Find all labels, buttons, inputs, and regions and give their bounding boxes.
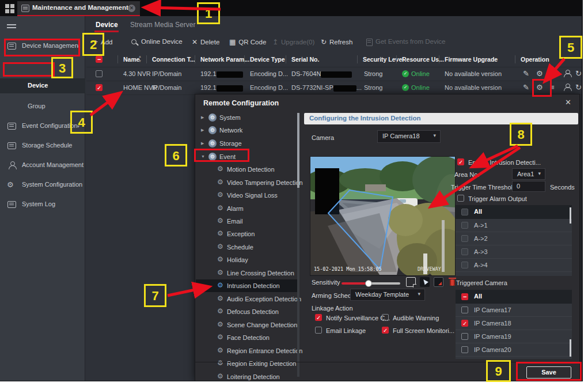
- trigger-alarm-output-checkbox[interactable]: [457, 195, 464, 202]
- upgrade-button[interactable]: ↥Upgrade(0): [272, 38, 314, 48]
- qr-code-button[interactable]: ▦QR Code: [229, 38, 266, 48]
- tree-item-storage[interactable]: ▶⚙Storage: [196, 137, 298, 150]
- camera-all-checkbox[interactable]: [461, 293, 468, 300]
- enable-intrusion-checkbox[interactable]: [457, 158, 464, 165]
- select-cursor-icon[interactable]: [420, 277, 430, 287]
- sensitivity-slider-filled[interactable]: [342, 282, 368, 285]
- col-serial[interactable]: Serial No.: [286, 55, 319, 63]
- apps-grid-icon[interactable]: [5, 4, 9, 8]
- alarm-output-row[interactable]: A->4: [456, 259, 572, 272]
- tree-item-system[interactable]: ▶⚙System: [196, 111, 298, 124]
- gear-icon: ⚙: [7, 180, 14, 189]
- scrollbar-thumb[interactable]: [570, 339, 571, 357]
- tree-item-face-detection[interactable]: ⚙Face Detection: [196, 331, 298, 344]
- col-operation[interactable]: Operation: [515, 55, 549, 63]
- online-device-button[interactable]: Online Device: [131, 38, 183, 48]
- tree-item-network[interactable]: ▶⚙Network: [196, 124, 298, 137]
- camera-row-ip17[interactable]: IP Camera17: [456, 304, 572, 317]
- select-all-checkbox[interactable]: [96, 56, 103, 63]
- col-network[interactable]: Network Param...: [195, 55, 249, 63]
- sensitivity-slider-thumb[interactable]: [365, 280, 372, 287]
- arming-schedule-select[interactable]: Weekday Template: [350, 289, 425, 301]
- person-icon[interactable]: [563, 70, 571, 77]
- alarm-output-all-row[interactable]: All: [456, 205, 572, 219]
- row1-checkbox[interactable]: [96, 70, 103, 77]
- tree-item-defocus[interactable]: ⚙Defocus Detection: [196, 305, 298, 318]
- close-icon[interactable]: ✕: [565, 98, 571, 107]
- collapse-menu-icon[interactable]: [7, 24, 16, 30]
- tree-item-scene-change[interactable]: ⚙Scene Change Detection: [196, 319, 298, 331]
- sort-asc-icon[interactable]: ▲: [138, 55, 142, 59]
- video-preview[interactable]: 15-02-2021 Mon 15:58:05 DRIVEWAY: [310, 156, 456, 276]
- area-select[interactable]: Area1: [512, 168, 545, 180]
- camera-all-row[interactable]: All: [456, 290, 572, 304]
- sort-desc-icon[interactable]: ▼: [138, 59, 142, 63]
- tree-item-line-crossing[interactable]: ⚙Line Crossing Detection: [196, 267, 298, 279]
- sidebar-item-account-management[interactable]: Account Management: [0, 158, 85, 173]
- tab-close-icon[interactable]: ✕: [128, 5, 135, 12]
- edit-icon[interactable]: ✎: [523, 83, 529, 92]
- system-log-icon: [7, 201, 16, 208]
- tree-item-loitering[interactable]: ⚙Loitering Detection: [196, 370, 298, 381]
- refresh-icon: ↻: [321, 38, 327, 46]
- person-icon[interactable]: [563, 84, 571, 91]
- tree-item-schedule[interactable]: ⚙Schedule: [196, 241, 298, 253]
- active-tab-underline: [94, 31, 119, 32]
- col-connection[interactable]: Connection T...: [146, 55, 195, 63]
- stack-icon[interactable]: ≡: [550, 69, 555, 78]
- tree-item-alarm[interactable]: ⚙Alarm: [196, 202, 298, 215]
- alarm-output-row[interactable]: A->2: [456, 232, 572, 245]
- tree-item-region-entrance[interactable]: ⚙Region Entrance Detection: [196, 345, 298, 357]
- camera-row-ip20[interactable]: IP Camera20: [456, 343, 572, 357]
- tab-maintenance-and-management[interactable]: Maintenance and Management ✕: [17, 1, 140, 16]
- threshold-label: Trigger Time Threshold: [451, 184, 516, 191]
- col-device-type[interactable]: Device Type: [244, 55, 285, 63]
- sidebar-item-system-configuration[interactable]: ⚙ System Configuration: [0, 177, 85, 192]
- delete-button[interactable]: ✕Delete: [192, 38, 219, 48]
- audible-warning-checkbox[interactable]: [382, 314, 389, 321]
- sensitivity-slider-rest[interactable]: [368, 282, 400, 285]
- refresh-button[interactable]: ↻Refresh: [321, 38, 352, 48]
- clear-region-icon[interactable]: [434, 277, 443, 287]
- tree-item-intrusion-detection[interactable]: ⚙Intrusion Detection: [196, 279, 298, 292]
- edit-icon[interactable]: ✎: [523, 69, 529, 78]
- camera-select[interactable]: IP Camera18: [377, 130, 441, 143]
- sidebar-item-storage-schedule[interactable]: Storage Schedule: [0, 138, 85, 153]
- remote-config-gear-icon[interactable]: ⚙: [536, 69, 543, 78]
- annotation-number-4: 4: [70, 111, 93, 134]
- sidebar-item-system-log[interactable]: System Log: [0, 197, 85, 212]
- camera-row-ip18[interactable]: IP Camera18: [456, 317, 572, 330]
- tree-item-email[interactable]: ⚙Email: [196, 215, 298, 228]
- tree-item-audio-exception[interactable]: ⚙Audio Exception Detection: [196, 293, 298, 305]
- sidebar-item-device[interactable]: Device: [0, 78, 85, 93]
- annotation-number-3: 3: [51, 57, 73, 78]
- draw-region-icon[interactable]: [406, 277, 416, 287]
- tree-item-video-signal-loss[interactable]: ⚙Video Signal Loss: [196, 189, 298, 202]
- tree-scrollbar[interactable]: [297, 113, 299, 377]
- row2-checkbox[interactable]: [96, 84, 103, 91]
- annotation-box-device-management: [4, 39, 80, 56]
- audible-warning-label: Audible Warning: [393, 315, 439, 321]
- sync-icon[interactable]: ↻: [575, 83, 582, 92]
- col-resource[interactable]: Resource Us...: [396, 55, 444, 63]
- alarm-output-row[interactable]: A->3: [456, 245, 572, 259]
- tree-item-video-tampering[interactable]: ⚙Video Tampering Detection: [196, 176, 298, 189]
- tree-item-region-exiting[interactable]: ⚙Region Exiting Detection: [196, 357, 298, 370]
- full-screen-monitoring-checkbox[interactable]: [382, 327, 389, 334]
- scrollbar-thumb[interactable]: [570, 207, 571, 224]
- tab-stream-media-server[interactable]: Stream Media Server: [130, 21, 195, 29]
- sync-icon[interactable]: ↻: [575, 69, 582, 78]
- email-linkage-checkbox[interactable]: [315, 327, 322, 334]
- alarm-output-row[interactable]: A->1: [456, 219, 572, 232]
- camera-row-ip19[interactable]: IP Camera19: [456, 330, 572, 343]
- threshold-input[interactable]: 0: [512, 181, 545, 192]
- get-events-button[interactable]: Get Events from Device: [366, 38, 445, 48]
- tab-device[interactable]: Device: [96, 21, 118, 29]
- col-firmware[interactable]: Firmware Upgrade: [439, 55, 498, 63]
- tree-item-holiday[interactable]: ⚙Holiday: [196, 253, 298, 266]
- tree-item-motion-detection[interactable]: ⚙Motion Detection: [196, 163, 298, 176]
- notify-surveillance-checkbox[interactable]: [315, 314, 322, 321]
- tree-item-exception[interactable]: ⚙Exception: [196, 228, 298, 240]
- output-all-checkbox[interactable]: [461, 209, 468, 215]
- col-name[interactable]: Name: [117, 55, 140, 63]
